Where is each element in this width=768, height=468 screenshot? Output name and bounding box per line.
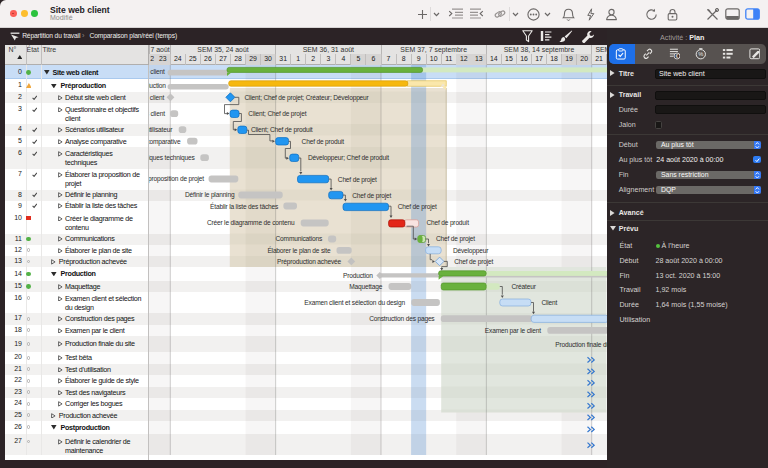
svg-text:Préproduction: Préproduction (149, 82, 166, 90)
svg-text:Développeur: Développeur (453, 247, 489, 255)
svg-text:Client; Chef de projet: Client; Chef de projet (248, 110, 306, 118)
svg-text:Construction des pages: Construction des pages (369, 315, 435, 323)
svg-text:Production finale du site: Production finale du site (555, 341, 606, 348)
svg-text:Élaborer le plan de site: Élaborer le plan de site (267, 246, 331, 255)
svg-text:Chef de projet: Chef de projet (454, 258, 493, 266)
svg-text:Production: Production (343, 272, 373, 279)
svg-text:€: € (675, 53, 678, 59)
svg-text:Créer le diagramme de contenu: Créer le diagramme de contenu (207, 219, 295, 227)
svg-text:Chef de produit: Chef de produit (302, 138, 345, 146)
svg-text:Début site web client: Début site web client (149, 94, 165, 101)
svg-text:Chef de projet: Chef de projet (338, 176, 377, 184)
svg-text:Client; Chef de projet; Créate: Client; Chef de projet; Créateur; Dévelo… (244, 94, 369, 102)
svg-text:Maquettage: Maquettage (349, 283, 383, 291)
svg-text:Examen par le client: Examen par le client (485, 327, 541, 335)
svg-text:Examen client et sélection du: Examen client et sélection du design (304, 299, 405, 307)
svg-text:Questionnaire et objectifs cli: Questionnaire et objectifs client (149, 110, 165, 118)
svg-text:Chef de produit: Chef de produit (426, 219, 469, 227)
svg-text:Scénarios utilisateur: Scénarios utilisateur (149, 126, 173, 133)
svg-text:Développeur; Chef de produit: Développeur; Chef de produit (308, 154, 389, 162)
svg-text:Caractéristiques techniques: Caractéristiques techniques (149, 154, 196, 162)
svg-text:Site web client: Site web client (149, 68, 165, 75)
svg-text:Chef de projet: Chef de projet (436, 235, 475, 243)
svg-text:Chef de projet: Chef de projet (398, 203, 437, 211)
svg-text:Analyse comparative: Analyse comparative (149, 138, 181, 146)
svg-text:Définir le planning: Définir le planning (185, 191, 235, 199)
svg-text:Établir la liste des tâches: Établir la liste des tâches (210, 202, 279, 210)
svg-text:Chef de projet: Chef de projet (352, 192, 391, 200)
svg-text:Créateur: Créateur (512, 283, 537, 290)
svg-text:%: % (698, 52, 703, 58)
svg-text:Élaborer la proposition de pro: Élaborer la proposition de projet (149, 174, 204, 183)
svg-text:Préproduction achevée: Préproduction achevée (277, 258, 342, 266)
svg-text:Communications: Communications (276, 235, 323, 242)
svg-text:Client: Client (541, 299, 557, 306)
svg-text:Client; Chef de produit: Client; Chef de produit (251, 126, 313, 134)
